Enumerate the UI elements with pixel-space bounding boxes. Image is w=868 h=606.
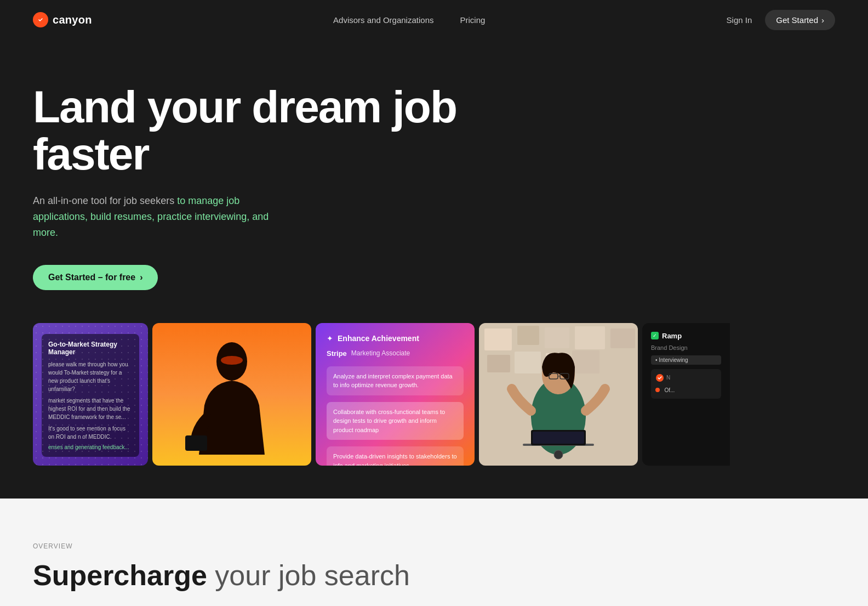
hero-cta-arrow: › xyxy=(140,273,142,282)
svg-rect-7 xyxy=(545,327,569,348)
overview-label: OVERVIEW xyxy=(33,542,835,550)
ramp-card-header: ✓ Ramp xyxy=(651,332,721,340)
enhance-role: Marketing Associate xyxy=(351,349,410,357)
navbar: canyon Advisors and Organizations Pricin… xyxy=(0,0,868,39)
svg-rect-5 xyxy=(484,329,512,350)
enhance-card-header: ✦ Enhance Achievement xyxy=(327,334,464,343)
sign-in-link[interactable]: Sign In xyxy=(727,15,752,25)
nav-pricing[interactable]: Pricing xyxy=(460,15,485,25)
svg-point-22 xyxy=(554,450,563,459)
ramp-status-badge: • Interviewing xyxy=(651,355,721,365)
ramp-item-text: Of... xyxy=(664,387,675,393)
enhance-company-name: Stripe xyxy=(327,349,347,358)
svg-point-2 xyxy=(221,356,243,365)
enhance-item-2: Collaborate with cross-functional teams … xyxy=(327,402,464,440)
logo-text: canyon xyxy=(53,14,92,26)
logo-icon xyxy=(33,12,48,27)
enhance-company-row: Stripe Marketing Associate xyxy=(327,349,464,358)
logo[interactable]: canyon xyxy=(33,12,92,27)
ramp-checkbox: ✓ xyxy=(651,332,659,339)
woman-photo xyxy=(479,323,638,466)
nav-actions: Sign In Get Started › xyxy=(727,10,835,30)
overview-title-bold: Supercharge xyxy=(33,559,207,591)
svg-rect-8 xyxy=(575,326,605,349)
overview-title: Supercharge your job search xyxy=(33,559,835,592)
ramp-item-dot xyxy=(655,388,660,392)
feature-cards-strip: Go-to-Market Strategy Manager please wal… xyxy=(33,323,835,466)
enhance-item-3: Provide data-driven insights to stakehol… xyxy=(327,446,464,466)
enhance-item-1: Analyze and interpret complex payment da… xyxy=(327,366,464,395)
orange-photo-card xyxy=(152,323,311,466)
svg-rect-11 xyxy=(515,352,541,373)
woman-photo-card xyxy=(479,323,638,466)
hero-subtitle: An all-in-one tool for job seekers to ma… xyxy=(33,193,296,240)
overview-title-light: your job search xyxy=(215,559,410,591)
svg-rect-9 xyxy=(610,329,635,348)
svg-rect-21 xyxy=(533,432,584,444)
enhance-star-icon: ✦ xyxy=(327,334,333,343)
ramp-company: Ramp xyxy=(662,332,682,340)
get-started-nav-button[interactable]: Get Started › xyxy=(765,10,835,30)
interview-card: Go-to-Market Strategy Manager please wal… xyxy=(33,323,148,466)
hero-cta-label: Get Started – for free xyxy=(48,273,135,282)
nav-advisors[interactable]: Advisors and Organizations xyxy=(333,15,433,25)
hero-subtitle-plain: An all-in-one tool for job seekers xyxy=(33,195,174,206)
nav-links: Advisors and Organizations Pricing xyxy=(333,15,485,25)
enhance-card: ✦ Enhance Achievement Stripe Marketing A… xyxy=(316,323,475,466)
ramp-item: N Of... xyxy=(651,369,721,399)
svg-rect-6 xyxy=(517,326,539,345)
svg-rect-13 xyxy=(572,350,599,373)
ramp-role: Brand Design xyxy=(651,344,721,351)
overview-section: OVERVIEW Supercharge your job search ✎ R… xyxy=(0,499,868,606)
enhance-card-title: Enhance Achievement xyxy=(338,334,419,343)
ramp-application-card: ✓ Ramp Brand Design • Interviewing N Of.… xyxy=(642,323,730,466)
svg-rect-10 xyxy=(487,355,510,372)
svg-rect-3 xyxy=(185,435,207,451)
hero-section: Land your dream job faster An all-in-one… xyxy=(0,39,868,499)
hero-title: Land your dream job faster xyxy=(33,83,471,178)
hero-cta-button[interactable]: Get Started – for free › xyxy=(33,265,158,290)
ramp-item-initial: N xyxy=(666,375,670,381)
